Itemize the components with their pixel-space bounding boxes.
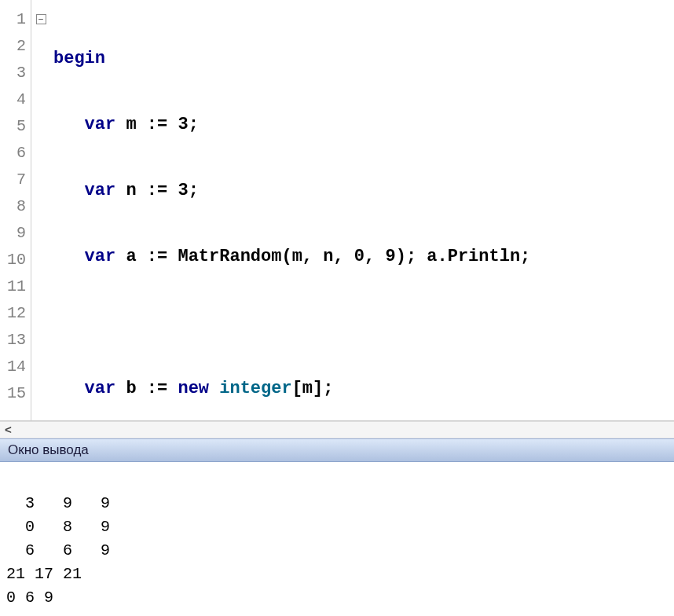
code-line: var b := new integer[m]; [53,376,530,402]
line-number-gutter: 1 2 3 4 5 6 7 8 9 10 11 12 13 14 15 [0,0,31,420]
line-number: 6 [0,140,31,167]
line-number: 3 [0,60,31,86]
line-number: 2 [0,33,31,60]
output-line: 0 6 9 [6,588,53,607]
line-number: 10 [0,247,31,273]
code-line: var a := MatrRandom(m, n, 0, 9); a.Print… [53,244,530,270]
fold-gutter: − [31,0,50,420]
fold-toggle-icon[interactable]: − [36,14,46,24]
output-line: 0 8 9 [6,518,110,536]
line-number: 9 [0,220,31,247]
code-line: var n := 3; [53,178,530,204]
code-line [53,310,530,336]
line-number: 4 [0,86,31,113]
line-number: 7 [0,167,31,193]
output-line: 3 9 9 [6,494,110,512]
output-line: 6 6 9 [6,541,110,559]
code-line: var m := 3; [53,112,530,138]
output-panel[interactable]: 3 9 9 0 8 9 6 6 9 21 17 21 0 6 9 [0,462,674,616]
output-line: 21 17 21 [6,565,82,583]
line-number: 11 [0,273,31,300]
line-number: 12 [0,300,31,327]
code-line: begin [53,46,530,72]
line-number: 15 [0,380,31,407]
line-number: 14 [0,354,31,380]
line-number: 5 [0,113,31,140]
code-area[interactable]: begin var m := 3; var n := 3; var a := M… [50,0,530,420]
line-number: 13 [0,327,31,354]
line-number: 8 [0,193,31,220]
code-editor[interactable]: 1 2 3 4 5 6 7 8 9 10 11 12 13 14 15 − be… [0,0,674,421]
horizontal-scroll-left-icon[interactable]: < [0,421,674,438]
output-panel-title: Окно вывода [0,438,674,462]
line-number: 1 [0,6,31,33]
